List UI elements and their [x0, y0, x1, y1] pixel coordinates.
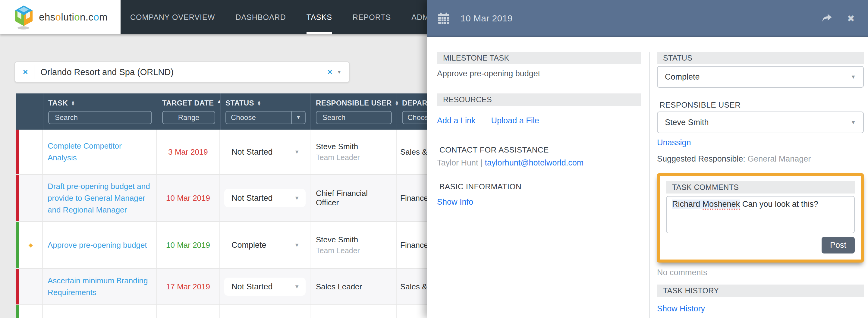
logo-text-segment: eh	[39, 11, 50, 23]
column-header-target-date: TARGET DATE▲Range	[157, 93, 220, 130]
logo-text-segment: o	[56, 11, 61, 23]
contact-email-link[interactable]: taylorhunt@hotelworld.com	[485, 158, 584, 167]
contact-separator: |	[480, 158, 485, 167]
nav-item-dashboard[interactable]: DASHBOARD	[236, 0, 286, 34]
calendar-icon	[437, 12, 450, 25]
column-sort-status[interactable]: STATUS▲▼	[225, 99, 306, 107]
comment-text: Can you look at this?	[740, 199, 818, 209]
show-info-link[interactable]: Show Info	[437, 197, 473, 207]
filter-responsible-user-search	[316, 111, 392, 124]
responsible-stack: Sales Leader	[316, 282, 362, 291]
table-row: Draft pre-opening budget and provide to …	[16, 175, 481, 222]
nav-item-reports[interactable]: REPORTS	[352, 0, 391, 34]
dropdown-caret-icon[interactable]: ▾	[338, 69, 349, 75]
panel-header: 10 Mar 2019 ✖	[427, 0, 868, 37]
column-label: STATUS	[225, 99, 254, 107]
sort-icon: ▲▼	[71, 100, 75, 105]
task-link[interactable]: Draft pre-opening budget and provide to …	[48, 181, 150, 216]
responsible-user-heading: RESPONSIBLE USER	[657, 100, 864, 110]
responsible-user-search-input[interactable]	[321, 113, 386, 122]
column-label: TARGET DATE	[162, 99, 214, 107]
no-comments-text: No comments	[657, 268, 864, 277]
status-value: Complete	[231, 241, 267, 250]
responsible-user-select[interactable]: Steve Smith ▼	[657, 112, 864, 133]
status-caret-icon: ▼	[294, 242, 300, 248]
mention-chip: Richard Moshenek	[672, 199, 740, 209]
nav-item-company-overview[interactable]: COMPANY OVERVIEW	[130, 0, 215, 34]
target-date-cell: 10 Mar 2019	[157, 222, 220, 268]
status-caret-icon: ▼	[294, 284, 300, 290]
responsible-name: Steve Smith	[316, 235, 360, 245]
table-row: Complete Competitor Analysis3 Mar 2019No…	[16, 130, 481, 175]
panel-column-divider	[649, 52, 650, 318]
task-search-input[interactable]	[54, 113, 147, 122]
responsible-select-caret-icon: ▼	[850, 119, 856, 126]
main-nav: COMPANY OVERVIEWDASHBOARDTASKSREPORTSADM…	[121, 0, 437, 34]
panel-left-column: MILESTONE TASK Approve pre-opening budge…	[437, 52, 649, 318]
responsible-user-cell: Steve SmithTeam Leader	[310, 222, 397, 268]
filter-status-choose[interactable]: Choose▼	[225, 111, 306, 124]
sort-icon: ▲▼	[257, 100, 261, 105]
remove-selection-icon[interactable]: ×	[323, 67, 338, 77]
status-dropdown[interactable]: Not Started▼	[224, 143, 306, 161]
task-comments-heading: TASK COMMENTS	[666, 181, 855, 193]
suggested-responsible: Suggested Responsible: General Manager	[657, 154, 864, 164]
status-bar-red	[16, 175, 19, 221]
status-dropdown[interactable]: Not Started▼	[224, 278, 306, 296]
status-caret-icon: ▼	[294, 195, 300, 201]
filter-target-date-range-button[interactable]: Range	[162, 111, 215, 124]
upload-file-button[interactable]: Upload a File	[491, 116, 539, 125]
suggested-responsible-label: Suggested Responsible:	[657, 154, 745, 163]
table-header-row: TASK▲▼TARGET DATE▲RangeSTATUS▲▼Choose▼RE…	[16, 93, 481, 130]
responsible-name: Sales Leader	[316, 282, 362, 291]
task-history-heading: TASK HISTORY	[657, 285, 864, 297]
close-icon[interactable]: ✖	[847, 13, 855, 24]
property-filter-select[interactable]: × Orlando Resort and Spa (ORLND) × ▾	[14, 62, 350, 83]
logo[interactable]: ehsolution.com	[0, 0, 121, 34]
task-link[interactable]: Approve pre-opening budget	[48, 239, 147, 251]
logo-text-segment: n.c	[80, 11, 93, 23]
column-sort-responsible-user[interactable]: RESPONSIBLE USER▲▼	[316, 99, 392, 107]
status-select[interactable]: Complete ▼	[657, 66, 864, 88]
target-date-value: 17 Mar 2019	[166, 282, 210, 291]
status-value: Not Started	[231, 282, 273, 291]
resources-links: Add a Link Upload a File	[437, 116, 641, 125]
responsible-user-cell: Sales Leader	[310, 269, 397, 305]
contact-name: Taylor Hunt	[437, 158, 478, 167]
responsible-user-value: Steve Smith	[665, 118, 709, 127]
task-link[interactable]: Complete Competitor Analysis	[48, 140, 150, 164]
nav-item-tasks[interactable]: TASKS	[307, 0, 332, 34]
responsible-stack: Chief Financial Officer	[316, 189, 391, 208]
status-value: Not Started	[231, 148, 273, 157]
comment-input[interactable]: Richard Moshenek Can you look at this?	[666, 196, 855, 233]
unassign-link[interactable]: Unassign	[657, 138, 691, 148]
status-cell	[220, 305, 310, 318]
milestone-task-name: Approve pre-opening budget	[437, 69, 641, 78]
post-button[interactable]: Post	[822, 237, 855, 254]
column-header-status: STATUS▲▼Choose▼	[220, 93, 310, 130]
column-sort-target-date[interactable]: TARGET DATE▲	[162, 99, 215, 107]
responsible-stack: Steve SmithTeam Leader	[316, 142, 360, 162]
target-date-value: 10 Mar 2019	[166, 193, 210, 203]
task-link[interactable]: Ascertain minimum Branding Requirements	[48, 275, 150, 298]
tasks-table: TASK▲▼TARGET DATE▲RangeSTATUS▲▼Choose▼RE…	[16, 93, 481, 318]
responsible-stack: Steve SmithTeam Leader	[316, 235, 360, 255]
milestone-diamond-icon: ◆	[29, 242, 33, 248]
share-icon[interactable]	[821, 13, 833, 24]
status-dropdown[interactable]: Not Started▼	[224, 189, 306, 207]
filter-task-search	[48, 111, 152, 124]
contact-line: Taylor Hunt | taylorhunt@hotelworld.com	[437, 158, 641, 168]
clear-filter-icon[interactable]: ×	[15, 67, 34, 77]
row-icon-cell	[19, 175, 43, 221]
show-history-link[interactable]: Show History	[657, 304, 705, 314]
row-icon-cell	[19, 269, 43, 305]
status-value: Not Started	[231, 193, 273, 203]
status-dropdown[interactable]: Complete▼	[224, 236, 306, 254]
column-sort-task[interactable]: TASK▲▼	[48, 99, 152, 107]
target-date-value: 3 Mar 2019	[168, 148, 208, 157]
add-link-button[interactable]: Add a Link	[437, 116, 475, 125]
status-caret-icon: ▼	[294, 149, 300, 155]
status-bar-red	[16, 130, 19, 174]
target-date-cell: 10 Mar 2019	[157, 175, 220, 221]
logo-text-segment: m	[99, 11, 107, 23]
